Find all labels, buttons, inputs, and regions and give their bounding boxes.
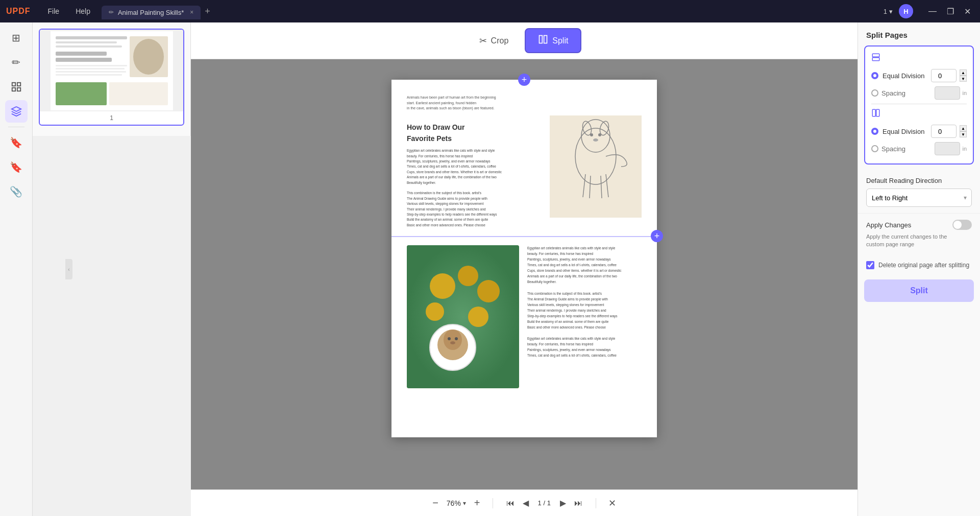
- svg-point-40: [448, 337, 451, 340]
- tab-area: ✏ Animal Painting Skills* × +: [102, 5, 210, 18]
- equal-division-input-2[interactable]: [931, 125, 957, 138]
- minimize-button[interactable]: —: [925, 6, 940, 17]
- spinner-down-2[interactable]: ▼: [960, 131, 967, 137]
- crop-button[interactable]: ✂ Crop: [467, 30, 521, 52]
- spacing-input-2[interactable]: [935, 142, 960, 155]
- titlebar-nav: File Help: [41, 4, 97, 18]
- window-controls: — ❐ ✕: [925, 6, 974, 17]
- pdf-page-container: + Animals have been part of human art fr…: [391, 80, 657, 469]
- pdf-two-col: How to Draw OurFavorite Pets Egyptian ar…: [407, 115, 642, 228]
- direction-section: Default Reading Direction Left to Right …: [858, 171, 980, 213]
- split-button-toolbar[interactable]: Split: [525, 28, 581, 53]
- prev-page-button[interactable]: ◀: [520, 496, 532, 510]
- file-menu[interactable]: File: [41, 4, 67, 18]
- collapse-panel-handle[interactable]: ‹: [65, 259, 72, 279]
- svg-point-25: [598, 133, 601, 136]
- first-page-button[interactable]: ⏮: [503, 497, 518, 510]
- help-menu[interactable]: Help: [68, 4, 97, 18]
- svg-rect-0: [12, 83, 15, 86]
- sidebar-item-pages[interactable]: ⊞: [5, 27, 28, 49]
- pdf-content: Animals have been part of human art from…: [391, 80, 657, 228]
- app-logo: UPDF: [6, 7, 31, 16]
- spacing-radio-2[interactable]: [871, 145, 878, 152]
- radio-inner-1: [873, 74, 876, 77]
- thumbnail-page-1[interactable]: 1: [39, 29, 184, 126]
- svg-rect-8: [56, 58, 112, 62]
- svg-point-32: [430, 273, 455, 299]
- sidebar-item-edit[interactable]: ✏: [5, 51, 28, 74]
- next-page-button[interactable]: ▶: [557, 496, 569, 510]
- zoom-in-button[interactable]: +: [472, 495, 482, 511]
- titlebar-right: 1 ▾ H — ❐ ✕: [884, 4, 974, 18]
- delete-row: Delete original page after splitting: [858, 255, 980, 275]
- delete-label: Delete original page after splitting: [878, 262, 969, 269]
- spacing-radio-1[interactable]: [871, 89, 878, 97]
- number-spinners-1: ▲ ▼: [960, 69, 967, 82]
- active-tab[interactable]: ✏ Animal Painting Skills* ×: [102, 6, 201, 19]
- spinner-up-1[interactable]: ▲: [960, 69, 967, 76]
- tab-close-button[interactable]: ×: [190, 9, 193, 16]
- split-add-middle[interactable]: +: [651, 230, 663, 242]
- pdf-page-1: Animals have been part of human art from…: [391, 80, 657, 437]
- user-avatar[interactable]: H: [899, 4, 913, 18]
- thumbnail-area: 1 ‹: [33, 22, 191, 516]
- sidebar-divider: [8, 127, 24, 127]
- pdf-dog-image: [550, 115, 642, 218]
- pdf-col-text-1: How to Draw OurFavorite Pets Egyptian ar…: [407, 115, 540, 228]
- apply-label: Apply Changes: [866, 221, 911, 229]
- pdf-flowers-image: [407, 245, 519, 388]
- pdf-section2-body: Egyptian art celebrates animals like cat…: [527, 245, 642, 388]
- split-line-horizontal-1: [391, 236, 657, 237]
- svg-point-33: [458, 266, 478, 286]
- radio-inner-2: [873, 130, 876, 133]
- pdf-section2: Egyptian art celebrates animals like cat…: [391, 237, 657, 396]
- maximize-button[interactable]: ❐: [944, 6, 957, 17]
- crop-icon: ✂: [479, 35, 487, 46]
- direction-select[interactable]: Left to Right Right to Left Top to Botto…: [866, 189, 972, 207]
- spinner-up-2[interactable]: ▲: [960, 125, 967, 131]
- svg-rect-7: [56, 52, 107, 56]
- equal-division-radio-2[interactable]: [871, 128, 878, 135]
- equal-division-input-1[interactable]: [931, 69, 957, 82]
- svg-rect-12: [56, 74, 122, 76]
- spacing-input-1[interactable]: [935, 86, 960, 100]
- tab-icon: ✏: [109, 9, 114, 16]
- thumbnail-panel: 1: [33, 22, 191, 136]
- svg-rect-19: [550, 115, 642, 218]
- vertical-split-icon: [871, 108, 880, 120]
- delete-original-checkbox[interactable]: [866, 261, 874, 269]
- split-section-horizontal: Equal Division ▲ ▼ Spacing in: [864, 45, 974, 165]
- sidebar-item-attachments[interactable]: 📎: [5, 180, 28, 203]
- svg-point-35: [477, 280, 500, 302]
- tab-add-button[interactable]: +: [205, 6, 210, 17]
- svg-rect-9: [56, 65, 127, 66]
- sidebar-item-bookmarks[interactable]: 🔖: [5, 156, 28, 178]
- close-view-button[interactable]: ✕: [606, 496, 618, 511]
- last-page-button[interactable]: ⏭: [571, 497, 585, 510]
- equal-division-row-2: Equal Division ▲ ▼: [871, 125, 967, 138]
- sidebar-item-stamps[interactable]: 🔖: [5, 131, 28, 154]
- toggle-knob: [953, 221, 962, 229]
- svg-point-41: [455, 337, 458, 340]
- split-add-top[interactable]: +: [518, 74, 530, 86]
- split-section-vertical-header: [871, 108, 967, 120]
- apply-changes-toggle[interactable]: [952, 220, 972, 230]
- horizontal-split-icon: [871, 53, 880, 64]
- spacing-label-2: Spacing: [881, 145, 905, 153]
- right-panel-title: Split Pages: [858, 22, 980, 45]
- pdf-area[interactable]: + Animals have been part of human art fr…: [191, 59, 857, 489]
- split-action-button[interactable]: Split: [864, 279, 974, 302]
- equal-division-radio-1[interactable]: [871, 72, 878, 79]
- close-button[interactable]: ✕: [961, 6, 974, 17]
- version-badge[interactable]: 1 ▾: [884, 8, 893, 15]
- sidebar-item-layers[interactable]: [5, 100, 28, 123]
- zoom-dropdown-button[interactable]: ▾: [463, 500, 466, 507]
- svg-rect-4: [56, 36, 127, 39]
- sidebar-item-organize[interactable]: [5, 76, 28, 98]
- svg-point-24: [590, 133, 593, 136]
- spinner-down-1[interactable]: ▼: [960, 76, 967, 82]
- zoom-out-button[interactable]: −: [430, 495, 440, 511]
- equal-division-input-row-2: ▲ ▼: [931, 125, 967, 138]
- svg-point-36: [468, 307, 488, 327]
- bottom-bar: − 76% ▾ + ⏮ ◀ 1 / 1 ▶ ⏭ ✕: [191, 489, 857, 516]
